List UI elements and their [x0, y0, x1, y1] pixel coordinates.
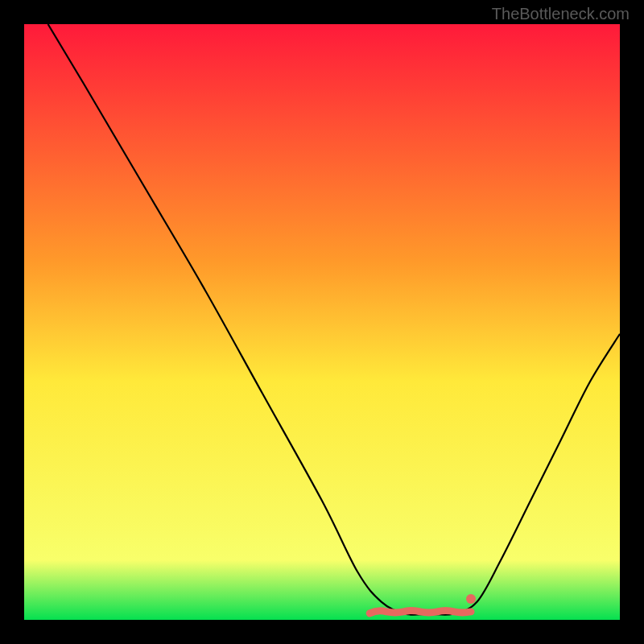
chart-plot-area	[24, 24, 620, 620]
bottleneck-curve-chart	[24, 24, 620, 620]
watermark-text: TheBottleneck.com	[492, 5, 630, 23]
optimal-range-marker	[369, 610, 471, 613]
chart-background	[24, 24, 620, 620]
optimal-point-dot	[466, 594, 476, 604]
